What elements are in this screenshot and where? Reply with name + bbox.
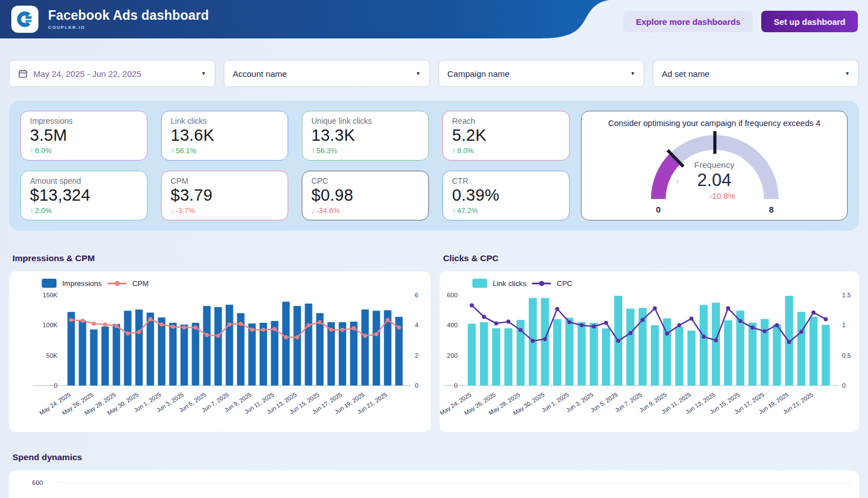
- frequency-gauge: 08: [587, 129, 843, 218]
- cpc-legend-label: CPC: [557, 279, 572, 288]
- kpi-delta: ↑8.0%: [452, 146, 560, 155]
- svg-text:0: 0: [54, 382, 58, 389]
- campaign-filter-label: Campaign name: [448, 69, 510, 79]
- clicks-cpc-title: Clicks & CPC: [443, 253, 859, 263]
- kpi-value: $0.98: [311, 186, 419, 205]
- kpi-delta: ↑56.3%: [311, 146, 419, 155]
- impressions-legend-swatch: [42, 279, 57, 288]
- svg-text:200: 200: [447, 352, 458, 359]
- kpi-label: CTR: [452, 176, 560, 185]
- svg-text:50K: 50K: [46, 352, 58, 359]
- chart-legend: Link clicks CPC: [472, 279, 859, 288]
- svg-text:8: 8: [769, 205, 774, 214]
- account-name-filter[interactable]: Account name ▼: [224, 60, 430, 87]
- svg-text:0: 0: [415, 382, 418, 389]
- trend-arrow-icon: ↑: [452, 207, 455, 215]
- cpm-legend-marker: [107, 279, 127, 288]
- calendar-icon: [18, 69, 28, 79]
- kpi-panel: Impressions 3.5M ↑6.0% Link clicks 13.6K…: [9, 101, 859, 231]
- trend-arrow-icon: ↑: [171, 147, 174, 155]
- kpi-delta: ↓-3.7%: [171, 206, 279, 215]
- clicks-cpc-section: Clicks & CPC Link clicks CPC 02004006000…: [440, 231, 859, 432]
- clicks-cpc-chart: 020040060000.511.5May 24, 2025May 26, 20…: [440, 288, 859, 422]
- kpi-delta: ↑56.1%: [171, 146, 279, 155]
- chevron-down-icon: ▼: [201, 71, 206, 76]
- svg-text:0: 0: [454, 382, 458, 389]
- kpi-label: CPC: [311, 176, 419, 185]
- impressions-cpm-chart: 050K100K150K0246May 24, 2025May 26, 2025…: [9, 288, 431, 422]
- spend-dynamics-title: Spend dynamics: [12, 452, 868, 462]
- svg-text:6: 6: [415, 292, 418, 298]
- impressions-legend-label: Impressions: [62, 279, 102, 288]
- kpi-value: 5.2K: [452, 126, 560, 145]
- kpi-label: Amount spend: [30, 176, 138, 185]
- kpi-value: 0.39%: [452, 186, 560, 205]
- cpc-legend-marker: [532, 279, 551, 288]
- gauge-title: Consider optimising your campaign if fre…: [587, 119, 841, 128]
- chevron-down-icon: ▼: [416, 71, 421, 76]
- svg-text:2: 2: [415, 352, 418, 359]
- trend-arrow-icon: ↓: [311, 207, 315, 215]
- svg-text:4: 4: [415, 322, 419, 328]
- kpi-card-cpc: CPC $0.98 ↓-34.6%: [302, 171, 429, 220]
- kpi-delta: ↓-34.6%: [311, 206, 419, 215]
- kpi-card-ctr: CTR 0.39% ↑47.2%: [442, 171, 570, 220]
- date-range-filter[interactable]: May 24, 2025 - Jun 22, 2025 ▼: [9, 60, 215, 87]
- trend-arrow-icon: ↓: [171, 207, 174, 215]
- impressions-cpm-section: Impressions & CPM Impressions CPM 050K10…: [9, 231, 431, 432]
- svg-text:400: 400: [447, 322, 458, 328]
- account-filter-label: Account name: [233, 69, 287, 79]
- kpi-card-impressions: Impressions 3.5M ↑6.0%: [20, 111, 147, 161]
- svg-text:0: 0: [656, 205, 661, 214]
- page-title: Facebook Ads dashboard: [48, 8, 209, 23]
- kpi-label: Unique link clicks: [311, 116, 419, 125]
- app-header: Facebook Ads dashboard COUPLER.IO Explor…: [0, 0, 868, 38]
- kpi-value: 3.5M: [30, 126, 138, 145]
- svg-text:1: 1: [842, 322, 845, 328]
- kpi-card-cpm: CPM $3.79 ↓-3.7%: [161, 171, 288, 220]
- spend-dynamics-chart: 600: [9, 470, 859, 498]
- svg-text:0: 0: [842, 382, 845, 389]
- link-clicks-legend-label: Link clicks: [493, 279, 526, 288]
- campaign-name-filter[interactable]: Campaign name ▼: [439, 60, 645, 87]
- coupler-logo: [11, 6, 38, 33]
- kpi-value: 13.3K: [311, 126, 419, 145]
- trend-arrow-icon: ↑: [311, 147, 315, 155]
- chevron-down-icon: ▼: [630, 71, 635, 76]
- kpi-label: Link clicks: [171, 116, 279, 125]
- spend-dynamics-card: 600: [9, 470, 859, 498]
- kpi-card-reach: Reach 5.2K ↑8.0%: [442, 111, 570, 161]
- kpi-delta: ↑6.0%: [30, 146, 138, 155]
- chevron-down-icon: ▼: [845, 71, 850, 76]
- link-clicks-legend-swatch: [472, 279, 487, 288]
- kpi-label: Impressions: [30, 116, 138, 125]
- kpi-card-amount-spend: Amount spend $13,324 ↑2.0%: [20, 171, 147, 220]
- svg-text:600: 600: [447, 292, 458, 298]
- adset-filter-label: Ad set name: [662, 69, 709, 79]
- impressions-cpm-title: Impressions & CPM: [12, 253, 431, 263]
- setup-dashboard-button[interactable]: Set up dashboard: [761, 11, 858, 32]
- kpi-value: $3.79: [171, 186, 279, 205]
- brand-label: COUPLER.IO: [48, 25, 209, 30]
- explore-dashboards-button[interactable]: Explore more dashboards: [623, 11, 753, 32]
- adset-name-filter[interactable]: Ad set name ▼: [653, 60, 859, 87]
- clicks-cpc-card: Link clicks CPC 020040060000.511.5May 24…: [440, 271, 859, 432]
- svg-text:0.5: 0.5: [842, 352, 851, 359]
- filter-bar: May 24, 2025 - Jun 22, 2025 ▼ Account na…: [9, 60, 859, 87]
- kpi-label: CPM: [171, 176, 279, 185]
- kpi-delta: ↑47.2%: [452, 206, 560, 215]
- svg-text:150K: 150K: [42, 292, 58, 298]
- trend-arrow-icon: ↑: [452, 147, 455, 155]
- kpi-card-unique-link-clicks: Unique link clicks 13.3K ↑56.3%: [302, 111, 429, 161]
- impressions-cpm-card: Impressions CPM 050K100K150K0246May 24, …: [9, 271, 431, 432]
- chart-legend: Impressions CPM: [42, 279, 431, 288]
- trend-arrow-icon: ↑: [30, 147, 33, 155]
- kpi-card-link-clicks: Link clicks 13.6K ↑56.1%: [161, 111, 288, 161]
- frequency-gauge-card: Consider optimising your campaign if fre…: [581, 111, 848, 220]
- coupler-logo-icon: [15, 10, 34, 29]
- cpm-legend-label: CPM: [132, 279, 149, 288]
- kpi-delta: ↑2.0%: [30, 206, 138, 215]
- svg-text:100K: 100K: [42, 322, 58, 328]
- kpi-label: Reach: [452, 116, 560, 125]
- kpi-value: $13,324: [30, 186, 138, 205]
